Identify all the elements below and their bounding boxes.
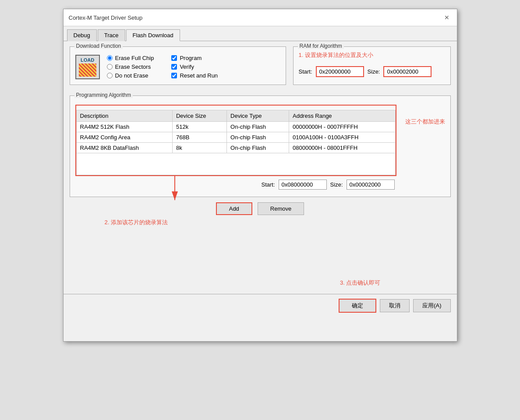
checkbox-reset-and-run-input[interactable] <box>171 73 177 78</box>
algo-table-container: Description Device Size Device Type Addr… <box>75 105 396 176</box>
algo-size-label: Size: <box>330 181 343 188</box>
main-content: Download Function LOAD Erase Full Chip <box>64 41 457 294</box>
right-annotation: 这三个都加进来 <box>405 118 445 126</box>
row3-range: 08000000H - 08001FFFH <box>289 143 395 153</box>
row2-type: On-chip Flash <box>227 132 289 143</box>
col-device-type: Device Type <box>227 110 289 122</box>
row1-range: 00000000H - 0007FFFFH <box>289 122 395 132</box>
tab-debug[interactable]: Debug <box>67 29 97 41</box>
step2-annotation: 2. 添加该芯片的烧录算法 <box>105 219 451 226</box>
ram-start-input[interactable] <box>316 66 364 77</box>
download-function-label: Download Function <box>74 43 123 49</box>
tab-bar: Debug Trace Flash Download <box>64 26 457 41</box>
row1-size: 512k <box>172 122 226 132</box>
radio-group: Erase Full Chip Erase Sectors Do not Era… <box>107 55 154 79</box>
algo-bottom-inputs: Start: Size: <box>75 180 396 190</box>
main-dialog: Cortex-M Target Driver Setup ✕ Debug Tra… <box>63 9 457 342</box>
dialog-title: Cortex-M Target Driver Setup <box>69 14 143 21</box>
df-content: LOAD Erase Full Chip Erase Sec <box>75 55 280 79</box>
ram-algorithm-label: RAM for Algorithm <box>298 43 344 49</box>
row1-type: On-chip Flash <box>227 122 289 132</box>
checkbox-program[interactable]: Program <box>171 55 218 61</box>
radio-erase-full-chip[interactable]: Erase Full Chip <box>107 55 154 61</box>
load-image-graphic <box>79 64 96 77</box>
col-address-range: Address Range <box>289 110 395 122</box>
radio-do-not-erase[interactable]: Do not Erase <box>107 72 154 79</box>
top-section: Download Function LOAD Erase Full Chip <box>70 46 451 90</box>
radio-erase-full-chip-input[interactable] <box>107 55 113 61</box>
buttons-row: Add Remove <box>70 202 451 215</box>
row3-size: 8k <box>172 143 226 153</box>
load-text: LOAD <box>81 57 94 63</box>
df-options: Erase Full Chip Erase Sectors Do not Era… <box>107 55 218 79</box>
ram-start-label: Start: <box>299 68 312 75</box>
cancel-button[interactable]: 取消 <box>380 299 410 312</box>
title-bar: Cortex-M Target Driver Setup ✕ <box>64 9 457 26</box>
close-button[interactable]: ✕ <box>442 13 452 22</box>
ram-algorithm-group: RAM for Algorithm 1. 设置烧录算法的位置及大小 Start:… <box>293 46 451 85</box>
algo-start-label: Start: <box>262 181 275 188</box>
radio-erase-sectors-input[interactable] <box>107 64 113 70</box>
download-function-group: Download Function LOAD Erase Full Chip <box>70 46 286 85</box>
checkbox-verify-label: Verify <box>180 64 194 70</box>
row2-size: 768B <box>172 132 226 143</box>
row2-desc: RA4M2 Config Area <box>76 132 172 143</box>
bottom-bar: 确定 取消 应用(A) <box>64 294 457 317</box>
ram-size-input[interactable] <box>383 66 432 77</box>
algo-start-input[interactable] <box>279 180 327 190</box>
empty-row <box>76 153 395 175</box>
step3-annotation: 3. 点击确认即可 <box>70 279 451 287</box>
col-device-size: Device Size <box>172 110 226 122</box>
checkbox-program-input[interactable] <box>171 55 177 61</box>
table-row[interactable]: RA4M2 512K Flash 512k On-chip Flash 0000… <box>76 122 395 132</box>
row3-type: On-chip Flash <box>227 143 289 153</box>
tab-trace[interactable]: Trace <box>98 29 125 41</box>
algo-size-input[interactable] <box>347 180 395 190</box>
checkbox-verify-input[interactable] <box>171 64 177 70</box>
radio-erase-sectors[interactable]: Erase Sectors <box>107 64 154 70</box>
checkbox-program-label: Program <box>180 55 202 61</box>
apply-button[interactable]: 应用(A) <box>413 299 450 312</box>
radio-erase-full-chip-label: Erase Full Chip <box>115 55 154 61</box>
ok-button[interactable]: 确定 <box>339 299 376 313</box>
remove-button[interactable]: Remove <box>258 202 304 215</box>
checkbox-group: Program Verify Reset and Run <box>171 55 218 79</box>
col-description: Description <box>76 110 172 122</box>
add-button[interactable]: Add <box>216 202 252 215</box>
radio-do-not-erase-label: Do not Erase <box>115 72 149 79</box>
prog-algo-label: Programming Algorithm <box>74 92 133 98</box>
row1-desc: RA4M2 512K Flash <box>76 122 172 132</box>
algo-table: Description Device Size Device Type Addr… <box>76 110 396 175</box>
radio-do-not-erase-input[interactable] <box>107 73 113 78</box>
checkbox-verify[interactable]: Verify <box>171 64 218 70</box>
row3-desc: RA4M2 8KB DataFlash <box>76 143 172 153</box>
row2-range: 0100A100H - 0100A3FFH <box>289 132 395 143</box>
load-icon: LOAD <box>75 55 100 79</box>
tab-flash-download[interactable]: Flash Download <box>126 29 180 41</box>
checkbox-reset-and-run[interactable]: Reset and Run <box>171 72 218 79</box>
table-row[interactable]: RA4M2 Config Area 768B On-chip Flash 010… <box>76 132 395 143</box>
checkbox-reset-and-run-label: Reset and Run <box>180 72 218 79</box>
programming-algorithm-group: Programming Algorithm Description Device… <box>70 95 451 197</box>
radio-erase-sectors-label: Erase Sectors <box>115 64 151 70</box>
ram-annotation: 1. 设置烧录算法的位置及大小 <box>299 51 445 59</box>
table-row[interactable]: RA4M2 8KB DataFlash 8k On-chip Flash 080… <box>76 143 395 153</box>
spacer <box>70 226 451 279</box>
ram-content: Start: Size: <box>299 66 445 77</box>
ram-size-label: Size: <box>368 68 380 75</box>
